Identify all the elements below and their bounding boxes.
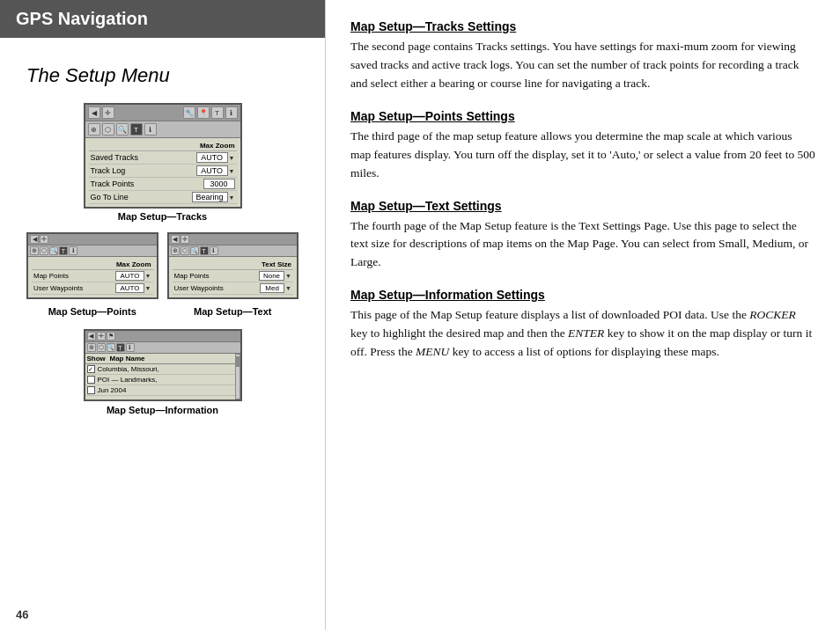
- points-toolbar: ◀ ✛: [28, 234, 157, 245]
- pp3-icon: 🔍: [49, 246, 58, 255]
- nav2-icon: ⬡: [102, 123, 114, 136]
- tx3-icon: 🔍: [190, 246, 199, 255]
- text-heading: Map Setup—Text Settings: [350, 199, 815, 213]
- inf-flag-icon: ⚑: [107, 332, 115, 341]
- cursor-icon: ✛: [102, 106, 114, 119]
- sidebar-title: The Setup Menu: [26, 64, 298, 87]
- info-row-1: POI — Landmarks,: [85, 375, 235, 385]
- points-heading: Map Setup—Points Settings: [350, 109, 815, 123]
- menu-key: MENU: [416, 345, 449, 358]
- pp1-icon: ⊕: [30, 246, 39, 255]
- info-checkbox-2: [87, 386, 95, 394]
- nav3-icon: 🔍: [116, 123, 129, 136]
- info-screen: ◀ ✛ ⚑ ⊕ ⬡ 🔍 T ℹ Show Map Name: [84, 329, 242, 401]
- inf-arrow-icon: ◀: [87, 332, 96, 341]
- info-screen-with-scroll: Show Map Name ✓ Columbia, Missouri, POI …: [85, 354, 240, 399]
- tracks-row-2: Track Points 3000: [89, 178, 237, 191]
- info-screen-wrapper: ◀ ✛ ⚑ ⊕ ⬡ 🔍 T ℹ Show Map Name: [84, 329, 242, 401]
- tracks-row-0: Saved Tracks AUTO ▼: [89, 151, 237, 165]
- text-screen: ◀ ✛ ⊕ ⬡ 🔍 T ℹ Text Size: [167, 232, 299, 299]
- text-body: The fourth page of the Map Setup feature…: [350, 217, 815, 273]
- p-arrow-icon: ◀: [30, 235, 39, 244]
- tracks-toolbar2: ⊕ ⬡ 🔍 T ℹ: [85, 121, 240, 138]
- points-body: The third page of the map setup feature …: [350, 128, 815, 183]
- main-content: Map Setup—Tracks Settings The second pag…: [326, 0, 840, 630]
- sidebar-header: GPS Navigation: [0, 0, 325, 38]
- info-toolbar: ◀ ✛ ⚑: [85, 331, 240, 342]
- tracks-screen-body: Max Zoom Saved Tracks AUTO ▼ Track Log A…: [85, 138, 240, 207]
- page-number: 46: [0, 599, 325, 630]
- arrow-left-icon: ◀: [88, 106, 100, 119]
- nav4-icon: T: [130, 123, 143, 136]
- points-caption: Map Setup—Points: [26, 306, 158, 317]
- points-row-0: Map Points AUTO ▼: [32, 270, 153, 282]
- info-checkbox-1: [87, 376, 95, 384]
- tx-cursor-icon: ✛: [181, 235, 189, 244]
- map-icon: 📍: [197, 106, 210, 119]
- in2-icon: ⬡: [97, 343, 106, 352]
- info-row-2: Jun 2004: [85, 385, 235, 396]
- text-row-0: Map Points None ▼: [173, 270, 294, 282]
- text-toolbar: ◀ ✛: [169, 234, 298, 245]
- tracks-row-1: Track Log AUTO ▼: [89, 165, 237, 178]
- points-row-1: User Waypoints AUTO ▼: [32, 282, 153, 295]
- points-screen: ◀ ✛ ⊕ ⬡ 🔍 T ℹ Max Zoom: [26, 232, 158, 299]
- points-max-zoom-label: Max Zoom: [32, 260, 153, 270]
- sidebar-content: The Setup Menu ◀ ✛ 🔧 📍 T ℹ ⊕ ⬡ 🔍 T ℹ: [0, 38, 325, 599]
- in4-icon: T: [116, 343, 125, 352]
- text-screen-container: ◀ ✛ ⊕ ⬡ 🔍 T ℹ Text Size: [167, 232, 299, 303]
- text-size-label: Text Size: [173, 260, 294, 270]
- sidebar: GPS Navigation The Setup Menu ◀ ✛ 🔧 📍 T …: [0, 0, 326, 630]
- tracks-row-3: Go To Line Bearing ▼: [89, 191, 237, 204]
- tracks-caption: Map Setup—Tracks: [26, 211, 298, 222]
- points-screen-body: Max Zoom Map Points AUTO ▼ User Waypoint…: [28, 257, 157, 297]
- tracks-toolbar: ◀ ✛ 🔧 📍 T ℹ: [85, 105, 240, 121]
- rocker-key: ROCKER: [749, 308, 796, 321]
- section-text: Map Setup—Text Settings The fourth page …: [350, 199, 815, 273]
- section-information: Map Setup—Information Settings This page…: [350, 288, 815, 362]
- text-row-1: User Waypoints Med ▼: [173, 282, 294, 295]
- text-caption: Map Setup—Text: [167, 306, 299, 317]
- points-text-captions: Map Setup—Points Map Setup—Text: [26, 306, 298, 317]
- in3-icon: 🔍: [107, 343, 115, 352]
- tx2-icon: ⬡: [181, 246, 189, 255]
- in1-icon: ⊕: [87, 343, 96, 352]
- section-tracks: Map Setup—Tracks Settings The second pag…: [350, 19, 815, 93]
- pp5-icon: ℹ: [69, 246, 77, 255]
- points-text-screens: ◀ ✛ ⊕ ⬡ 🔍 T ℹ Max Zoom: [26, 232, 298, 303]
- info-column-headers: Show Map Name: [85, 354, 235, 364]
- info-scrollbar[interactable]: [235, 354, 240, 399]
- inf-cursor-icon: ✛: [97, 332, 106, 341]
- info-icon: ℹ: [225, 106, 238, 119]
- nav5-icon: ℹ: [144, 123, 157, 136]
- nav1-icon: ⊕: [88, 123, 100, 136]
- tracks-body: The second page contains Tracks settings…: [350, 38, 815, 93]
- info-row-0: ✓ Columbia, Missouri,: [85, 364, 235, 375]
- info-scroll-thumb: [236, 356, 239, 367]
- tx-arrow-icon: ◀: [171, 235, 180, 244]
- text-screen-body: Text Size Map Points None ▼ User Waypoin…: [169, 257, 298, 297]
- info-toolbar2: ⊕ ⬡ 🔍 T ℹ: [85, 342, 240, 354]
- pp4-icon: T: [59, 246, 68, 255]
- clock-icon: T: [211, 106, 224, 119]
- tx1-icon: ⊕: [171, 246, 180, 255]
- pp2-icon: ⬡: [40, 246, 48, 255]
- points-toolbar2: ⊕ ⬡ 🔍 T ℹ: [28, 245, 157, 257]
- section-points: Map Setup—Points Settings The third page…: [350, 109, 815, 183]
- tx5-icon: ℹ: [210, 246, 218, 255]
- enter-key: ENTER: [568, 326, 604, 340]
- information-heading: Map Setup—Information Settings: [350, 288, 815, 302]
- tx4-icon: T: [200, 246, 209, 255]
- info-caption: Map Setup—Information: [26, 405, 298, 415]
- tracks-screen: ◀ ✛ 🔧 📍 T ℹ ⊕ ⬡ 🔍 T ℹ Max Zoom Sa: [84, 103, 242, 209]
- info-screen-main: Show Map Name ✓ Columbia, Missouri, POI …: [85, 354, 235, 399]
- p-cursor-icon: ✛: [40, 235, 48, 244]
- tracks-heading: Map Setup—Tracks Settings: [350, 19, 815, 33]
- information-body: This page of the Map Setup feature displ…: [350, 306, 815, 362]
- points-screen-container: ◀ ✛ ⊕ ⬡ 🔍 T ℹ Max Zoom: [26, 232, 158, 303]
- tracks-max-zoom-label: Max Zoom: [89, 141, 237, 151]
- text-toolbar2: ⊕ ⬡ 🔍 T ℹ: [169, 245, 298, 257]
- info-checkbox-0: ✓: [87, 365, 95, 373]
- t1-icon: 🔧: [183, 106, 195, 119]
- in5-icon: ℹ: [126, 343, 135, 352]
